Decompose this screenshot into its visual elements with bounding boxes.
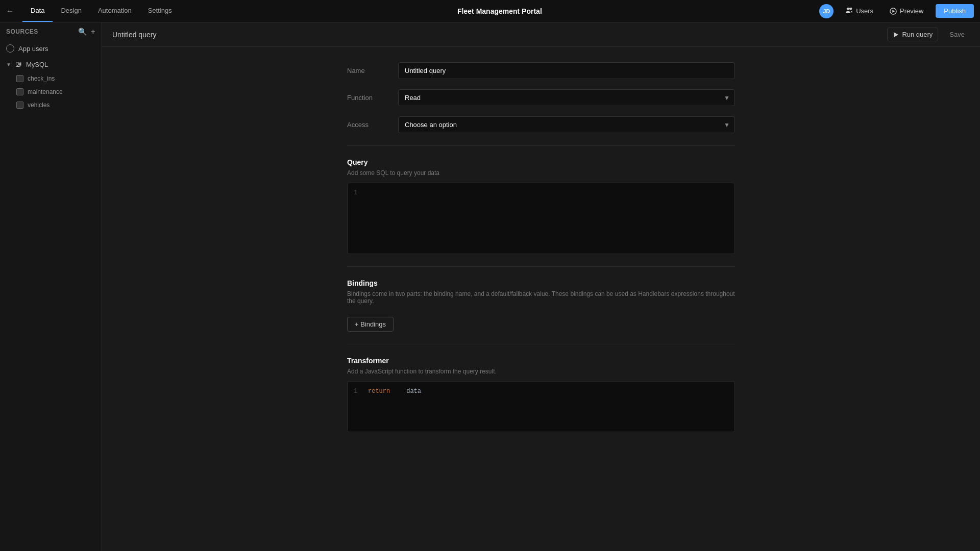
nav-tabs: Data Design Automation Settings xyxy=(22,0,180,22)
table-maintenance-label: maintenance xyxy=(28,88,63,95)
preview-button[interactable]: Preview xyxy=(886,5,927,17)
access-select-wrapper: Choose an option Public Private Admin on… xyxy=(398,116,735,133)
table-vehicles-label: vehicles xyxy=(28,102,50,109)
transformer-line-number: 1 xyxy=(354,388,360,395)
mysql-icon: 🖳 xyxy=(15,61,22,68)
main-layout: Sources 🔍 + App users ▼ 🖳 MySQL check_in… xyxy=(0,22,980,551)
sidebar-item-maintenance[interactable]: maintenance xyxy=(0,85,102,98)
sidebar-item-check-ins[interactable]: check_ins xyxy=(0,72,102,85)
bindings-title: Bindings xyxy=(347,279,735,287)
query-description: Add some SQL to query your data xyxy=(347,169,735,177)
code-line-1: 1 xyxy=(354,189,728,196)
transformer-editor[interactable]: 1 return data xyxy=(347,381,735,432)
transformer-description: Add a JavaScript function to transform t… xyxy=(347,368,735,375)
transformer-title: Transformer xyxy=(347,357,735,365)
mysql-group-header[interactable]: ▼ 🖳 MySQL xyxy=(0,57,102,72)
preview-icon xyxy=(890,8,897,15)
mysql-label: MySQL xyxy=(26,61,48,68)
svg-marker-1 xyxy=(892,10,895,12)
add-source-icon[interactable]: + xyxy=(91,28,95,36)
divider-1 xyxy=(347,145,735,146)
name-input[interactable] xyxy=(398,62,735,79)
add-bindings-button[interactable]: + Bindings xyxy=(347,317,394,332)
tab-design[interactable]: Design xyxy=(53,0,89,22)
access-row: Access Choose an option Public Private A… xyxy=(347,116,735,133)
run-query-label: Run query xyxy=(902,31,933,38)
transformer-identifier: data xyxy=(406,388,421,395)
tab-data[interactable]: Data xyxy=(22,0,53,22)
svg-marker-2 xyxy=(894,32,898,37)
content-area: Untitled query Run query Save Name xyxy=(102,22,980,551)
query-section: Query Add some SQL to query your data 1 xyxy=(347,158,735,254)
transformer-keyword: return xyxy=(368,388,390,395)
transformer-section: Transformer Add a JavaScript function to… xyxy=(347,357,735,432)
avatar[interactable]: JD xyxy=(819,4,834,18)
chevron-down-icon: ▼ xyxy=(6,62,11,67)
app-title: Fleet Management Portal xyxy=(180,7,819,15)
content-scroll: Name Function Read Create Update Delete … xyxy=(102,47,980,551)
name-row: Name xyxy=(347,62,735,79)
back-button[interactable]: ← xyxy=(6,7,14,16)
tab-settings[interactable]: Settings xyxy=(140,0,180,22)
function-select-wrapper: Read Create Update Delete ▼ xyxy=(398,89,735,106)
bindings-description: Bindings come in two parts: the binding … xyxy=(347,290,735,305)
header-actions: Run query Save xyxy=(887,28,970,41)
form-section: Name Function Read Create Update Delete … xyxy=(337,62,745,432)
sidebar-item-vehicles[interactable]: vehicles xyxy=(0,98,102,112)
line-number-1: 1 xyxy=(354,189,360,196)
users-label: Users xyxy=(856,7,873,15)
sidebar-header-icons: 🔍 + xyxy=(78,28,95,36)
name-label: Name xyxy=(347,67,388,74)
save-button[interactable]: Save xyxy=(944,28,970,41)
run-query-button[interactable]: Run query xyxy=(887,28,938,41)
app-users-icon xyxy=(6,44,14,53)
table-icon xyxy=(16,102,23,109)
preview-label: Preview xyxy=(900,7,923,15)
sidebar: Sources 🔍 + App users ▼ 🖳 MySQL check_in… xyxy=(0,22,102,551)
table-icon xyxy=(16,75,23,82)
sidebar-header: Sources 🔍 + xyxy=(0,22,102,41)
function-row: Function Read Create Update Delete ▼ xyxy=(347,89,735,106)
table-icon xyxy=(16,88,23,95)
query-editor[interactable]: 1 xyxy=(347,183,735,254)
run-icon xyxy=(893,32,899,38)
divider-2 xyxy=(347,266,735,267)
query-title: Query xyxy=(347,158,735,166)
bindings-section: Bindings Bindings come in two parts: the… xyxy=(347,279,735,332)
sources-label: Sources xyxy=(6,28,38,35)
users-icon xyxy=(846,8,853,15)
access-select[interactable]: Choose an option Public Private Admin on… xyxy=(398,116,735,133)
access-label: Access xyxy=(347,121,388,129)
function-select[interactable]: Read Create Update Delete xyxy=(398,89,735,106)
topnav-right: JD Users Preview Publish xyxy=(819,4,974,18)
table-check-ins-label: check_ins xyxy=(28,75,55,82)
function-label: Function xyxy=(347,94,388,102)
mysql-group: ▼ 🖳 MySQL check_ins maintenance vehicles xyxy=(0,57,102,112)
sidebar-item-app-users[interactable]: App users xyxy=(0,41,102,56)
users-button[interactable]: Users xyxy=(842,5,877,17)
app-users-label: App users xyxy=(18,45,48,53)
content-title: Untitled query xyxy=(112,31,156,39)
divider-3 xyxy=(347,344,735,344)
transformer-code-line-1: 1 return data xyxy=(354,388,728,395)
search-icon[interactable]: 🔍 xyxy=(78,28,87,36)
content-header: Untitled query Run query Save xyxy=(102,22,980,47)
topnav: ← Data Design Automation Settings Fleet … xyxy=(0,0,980,22)
publish-button[interactable]: Publish xyxy=(936,4,974,18)
tab-automation[interactable]: Automation xyxy=(90,0,140,22)
